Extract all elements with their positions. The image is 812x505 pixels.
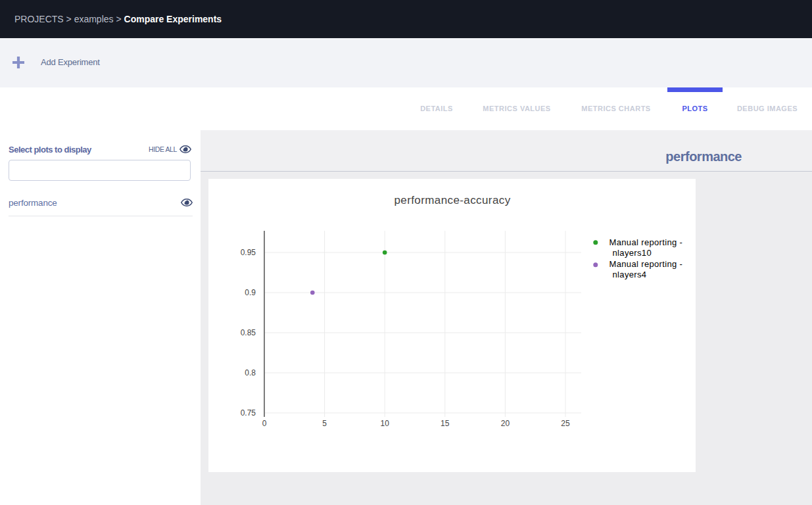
svg-text:Manual reporting -: Manual reporting - bbox=[609, 237, 683, 247]
svg-text:15: 15 bbox=[441, 419, 450, 428]
svg-text:nlayers10: nlayers10 bbox=[613, 248, 652, 258]
svg-text:0.9: 0.9 bbox=[245, 288, 256, 297]
svg-text:0.85: 0.85 bbox=[241, 328, 256, 337]
svg-text:10: 10 bbox=[381, 419, 390, 428]
svg-text:nlayers4: nlayers4 bbox=[613, 270, 647, 279]
svg-text:0: 0 bbox=[262, 419, 267, 428]
svg-text:0.95: 0.95 bbox=[241, 248, 256, 257]
svg-text:performance-accuracy: performance-accuracy bbox=[394, 194, 510, 206]
svg-text:0.75: 0.75 bbox=[241, 408, 256, 418]
svg-text:20: 20 bbox=[501, 419, 510, 428]
svg-text:25: 25 bbox=[561, 419, 570, 428]
svg-text:0.8: 0.8 bbox=[245, 368, 256, 377]
svg-text:5: 5 bbox=[322, 419, 327, 428]
svg-text:Manual reporting -: Manual reporting - bbox=[609, 259, 683, 269]
